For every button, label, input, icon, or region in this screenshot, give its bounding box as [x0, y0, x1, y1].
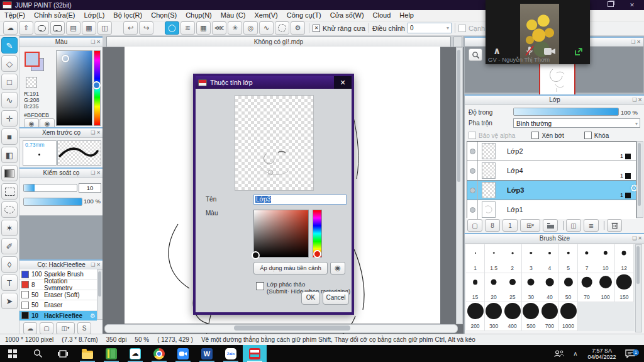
people-tray-button[interactable] [551, 350, 567, 358]
brush-size-150[interactable]: 150 [615, 273, 634, 302]
action-center-button[interactable]: 1 [620, 349, 640, 358]
layer-visibility-toggle[interactable] [467, 161, 478, 180]
foreground-swatch[interactable] [25, 52, 40, 67]
snap-radial-icon[interactable]: ✳ [228, 21, 242, 35]
close-button[interactable]: ✕ [623, 0, 641, 10]
close-icon[interactable]: ✕ [96, 262, 102, 268]
brush-size-70[interactable]: 70 [578, 273, 597, 302]
brush-size-20[interactable]: 20 [485, 273, 504, 302]
camera-icon[interactable] [543, 47, 556, 55]
layer-list-scrollbar[interactable] [636, 141, 643, 218]
popout-icon[interactable]: ❏ [91, 170, 96, 176]
layer-row-Lớp4[interactable]: Lớp41 [467, 161, 636, 181]
navigator-zoom-button[interactable] [469, 48, 482, 61]
canvas-vscrollbar[interactable] [456, 47, 463, 324]
add-special-layer-button[interactable]: ⊞▾ [520, 219, 540, 232]
menu-item-10[interactable]: Cloud [369, 10, 396, 21]
dialog-close-button[interactable]: ✕ [334, 76, 352, 89]
close-icon[interactable]: ✕ [638, 235, 643, 241]
shape-brush-tool[interactable]: □ [1, 74, 18, 90]
brush-size-100[interactable]: 100 [596, 273, 615, 302]
magic-wand-tool[interactable]: ✶ [1, 220, 18, 236]
comment-icon[interactable] [50, 21, 65, 35]
brush-size-40[interactable]: 40 [540, 273, 559, 302]
saturation-marker[interactable] [62, 55, 69, 62]
brush-size-200[interactable]: 200 [466, 302, 485, 331]
brush-size-2[interactable]: 2 [503, 244, 522, 273]
taskbar-file-explorer[interactable] [75, 345, 99, 362]
taskbar-zalo[interactable]: Zalo [219, 345, 243, 362]
close-icon[interactable]: ✕ [636, 39, 642, 45]
adjust-dropdown[interactable]: 0 ▾ [408, 23, 452, 33]
snap-curve-icon[interactable]: ∿ [259, 21, 274, 35]
close-icon[interactable]: ✕ [96, 130, 102, 135]
taskbar-chrome[interactable] [147, 345, 171, 362]
snap-vanishing-icon[interactable]: ⋘ [212, 21, 226, 35]
menu-item-1[interactable]: Chỉnh sửa(E) [30, 10, 79, 21]
taskbar-word[interactable]: W [195, 345, 219, 362]
text-tool[interactable]: T [1, 274, 18, 291]
tray-expand-button[interactable]: ∧ [567, 350, 584, 357]
brush-size-4[interactable]: 4 [540, 244, 559, 273]
popout-icon[interactable]: ❏ [91, 130, 96, 135]
brush-row-2[interactable]: 50Eraser (Soft) [19, 290, 97, 300]
snap-concentric-icon[interactable]: ◎ [243, 21, 258, 35]
brush-size-30[interactable]: 30 [522, 273, 541, 302]
select-rect-tool[interactable] [1, 183, 18, 200]
gear-icon[interactable]: ⚙ [90, 312, 96, 319]
snap-grid-icon[interactable]: ▦ [196, 21, 211, 35]
select-pen-tool[interactable]: ✐ [1, 238, 18, 254]
chevron-up-icon[interactable]: ∧ [493, 45, 501, 57]
speech-bubble-icon[interactable] [35, 21, 49, 35]
eraser-tool[interactable]: ◇ [1, 55, 18, 72]
merge-layer-button[interactable]: ≣ [584, 219, 599, 232]
brush-opacity-slider[interactable] [23, 198, 82, 206]
popout-icon[interactable]: ❏ [632, 235, 638, 241]
menu-item-3[interactable]: Bộ lọc(R) [109, 10, 147, 21]
transparent-swatch[interactable] [26, 77, 37, 88]
brush-row-1[interactable]: 8Rotation Symmetry [19, 280, 97, 290]
gradient-tool[interactable] [1, 165, 18, 181]
menu-item-2[interactable]: Lớp(L) [79, 10, 109, 21]
fill-rect-tool[interactable]: ■ [1, 128, 18, 145]
menu-item-8[interactable]: Công cụ(T) [282, 10, 326, 21]
duplicate-layer-button[interactable]: ◫ [566, 219, 581, 232]
layer-name-input[interactable]: Lớp3 [253, 195, 347, 205]
undo-icon[interactable]: ↩ [123, 21, 138, 35]
snap-polygon-icon[interactable] [275, 21, 289, 35]
layer-row-Lớp3[interactable]: Lớp31⚙ [467, 181, 636, 200]
apply-foreground-button[interactable]: Áp dụng màu tiền cảnh [253, 262, 328, 274]
brush-size-700[interactable]: 700 [540, 302, 559, 331]
taskbar-clock[interactable]: 7:57 SA 04/04/2022 [584, 348, 620, 360]
delete-layer-button[interactable] [607, 219, 622, 232]
brush-size-1000[interactable]: 1000 [559, 302, 578, 331]
task-view-button[interactable] [50, 345, 75, 362]
brush-size-3[interactable]: 3 [522, 244, 541, 273]
mic-muted-icon[interactable] [525, 45, 535, 57]
cancel-button[interactable]: Cancel [323, 291, 349, 305]
add-layer-button[interactable]: ▢ [467, 219, 482, 232]
popout-icon[interactable]: ❏ [91, 39, 96, 45]
brush-size-1.5[interactable]: 1.5 [485, 244, 504, 273]
dialog-saturation-marker[interactable] [252, 251, 260, 259]
brush-size-scrollbar[interactable] [635, 244, 642, 332]
layer-visibility-toggle[interactable] [467, 181, 478, 200]
brush-size-15[interactable]: 15 [466, 273, 485, 302]
document-icon[interactable]: ▤ [66, 21, 80, 35]
navigator-thumbnail[interactable] [539, 59, 575, 96]
brush-size-10[interactable]: 10 [596, 244, 615, 273]
upload-icon[interactable]: ⇧ [19, 21, 33, 35]
dialog-title-bar[interactable]: Thuộc tính lớp ✕ [196, 76, 352, 89]
clipping-checkbox[interactable] [531, 132, 539, 139]
menu-item-0[interactable]: Tệp(F) [0, 10, 30, 21]
taskbar-jump-paint[interactable] [243, 345, 267, 362]
antialias-checkbox[interactable]: ✕ [313, 25, 320, 32]
brush-script-button[interactable]: S [77, 322, 91, 334]
brush-size-value[interactable]: 10 [79, 183, 101, 193]
exit-fullscreen-icon[interactable] [574, 47, 584, 57]
saturation-box[interactable] [56, 50, 92, 126]
restore-button[interactable] [601, 0, 620, 10]
add-8bit-layer-button[interactable]: 8 [485, 219, 500, 232]
layer-visibility-toggle[interactable] [467, 200, 478, 219]
snap-parallel-icon[interactable]: ≋ [180, 21, 195, 35]
